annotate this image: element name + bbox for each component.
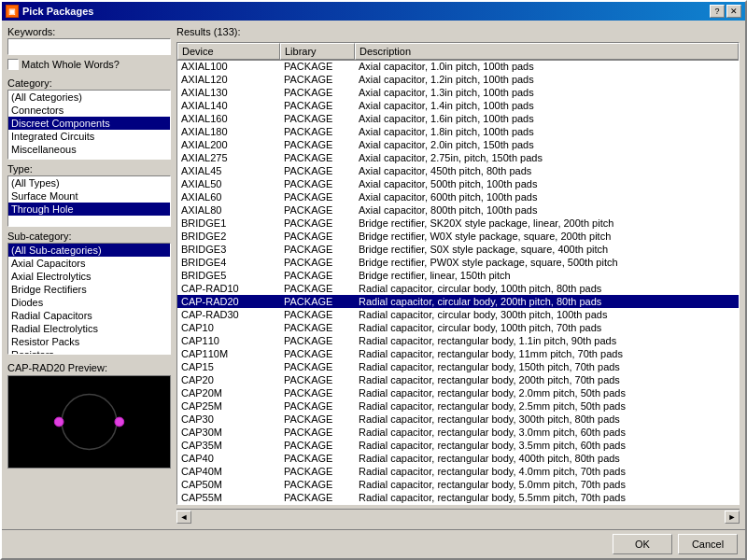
subcategory-item[interactable]: Radial Electrolytics [8,322,170,335]
window-title: Pick Packages [22,6,93,17]
svg-point-1 [54,417,63,427]
keywords-label: Keywords: [7,26,171,37]
table-row[interactable]: CAP-RAD30PACKAGERadial capacitor, circul… [177,308,739,321]
table-cell: AXIAL180 [177,125,280,138]
table-row[interactable]: CAP40MPACKAGERadial capacitor, rectangul… [177,465,739,478]
table-cell: Radial capacitor, rectangular body, 300t… [355,413,739,426]
table-row[interactable]: CAP10PACKAGERadial capacitor, circular b… [177,321,739,334]
keywords-input[interactable] [7,38,171,55]
col-header-device[interactable]: Device [177,43,280,60]
table-row[interactable]: AXIAL130PACKAGEAxial capacitor, 1.3in pi… [177,86,739,99]
table-cell: Radial capacitor, rectangular body, 5.5m… [355,491,739,504]
table-cell: PACKAGE [280,413,355,426]
subcategory-item[interactable]: Radial Capacitors [8,309,170,322]
scroll-left-button[interactable]: ◄ [176,511,191,524]
table-cell: CAP35M [177,439,280,452]
table-row[interactable]: CAP-RAD10PACKAGERadial capacitor, circul… [177,282,739,295]
table-cell: CAP25M [177,399,280,413]
category-list[interactable]: (All Categories)ConnectorsDiscreet Compo… [7,90,171,160]
subcategory-item[interactable]: Resistors [8,348,170,355]
table-row[interactable]: AXIAL200PACKAGEAxial capacitor, 2.0in pi… [177,138,739,151]
results-body[interactable]: AXIAL100PACKAGEAxial capacitor, 1.0in pi… [177,61,739,504]
subcategory-list[interactable]: (All Sub-categories)Axial CapacitorsAxia… [7,243,171,355]
table-row[interactable]: AXIAL45PACKAGEAxial capacitor, 450th pit… [177,164,739,177]
table-row[interactable]: AXIAL100PACKAGEAxial capacitor, 1.0in pi… [177,61,739,73]
table-row[interactable]: CAP25MPACKAGERadial capacitor, rectangul… [177,399,739,413]
match-whole-words-checkbox[interactable] [7,59,19,70]
subcategory-item[interactable]: (All Sub-categories) [8,244,170,257]
table-row[interactable]: BRIDGE1PACKAGEBridge rectifier, SK20X st… [177,217,739,230]
category-item[interactable]: Connectors [8,104,170,117]
ok-button[interactable]: OK [613,534,672,554]
table-row[interactable]: AXIAL120PACKAGEAxial capacitor, 1.2in pi… [177,73,739,86]
table-cell: PACKAGE [280,386,355,399]
table-row[interactable]: BRIDGE4PACKAGEBridge rectifier, PW0X sty… [177,256,739,269]
category-item[interactable]: Discreet Components [8,117,170,130]
scroll-right-button[interactable]: ► [725,511,740,524]
table-cell: PACKAGE [280,203,355,217]
close-button[interactable]: ✕ [726,5,741,18]
help-button[interactable]: ? [710,5,725,18]
table-row[interactable]: AXIAL180PACKAGEAxial capacitor, 1.8in pi… [177,125,739,138]
table-cell: Axial capacitor, 1.2in pitch, 100th pads [355,73,739,86]
table-cell: Radial capacitor, rectangular body, 4.0m… [355,465,739,478]
table-row[interactable]: CAP-RAD20PACKAGERadial capacitor, circul… [177,295,739,308]
table-row[interactable]: CAP20PACKAGERadial capacitor, rectangula… [177,373,739,386]
category-item[interactable]: (All Categories) [8,91,170,104]
table-row[interactable]: AXIAL140PACKAGEAxial capacitor, 1.4in pi… [177,99,739,112]
type-item[interactable]: Surface Mount [8,189,170,203]
type-item[interactable]: Through Hole [8,203,170,216]
table-cell: PACKAGE [280,478,355,491]
table-row[interactable]: CAP50MPACKAGERadial capacitor, rectangul… [177,478,739,491]
table-row[interactable]: AXIAL160PACKAGEAxial capacitor, 1.6in pi… [177,112,739,125]
table-row[interactable]: AXIAL60PACKAGEAxial capacitor, 600th pit… [177,190,739,203]
table-cell: CAP-RAD20 [177,295,280,308]
horizontal-scrollbar[interactable]: ◄ ► [176,509,740,524]
table-row[interactable]: CAP30PACKAGERadial capacitor, rectangula… [177,413,739,426]
subcategory-item[interactable]: Axial Electrolytics [8,270,170,283]
table-row[interactable]: CAP30MPACKAGERadial capacitor, rectangul… [177,426,739,439]
preview-label: CAP-RAD20 Preview: [7,362,171,373]
col-header-library[interactable]: Library [280,43,355,60]
table-cell: PACKAGE [280,112,355,125]
subcategory-item[interactable]: Diodes [8,296,170,309]
subcategory-item[interactable]: Resistor Packs [8,335,170,348]
table-cell: PACKAGE [280,452,355,465]
table-cell: PACKAGE [280,256,355,269]
table-row[interactable]: BRIDGE5PACKAGEBridge rectifier, linear, … [177,269,739,282]
table-row[interactable]: BRIDGE2PACKAGEBridge rectifier, W0X styl… [177,230,739,243]
table-cell: PACKAGE [280,334,355,347]
table-row[interactable]: CAP110MPACKAGERadial capacitor, rectangu… [177,347,739,360]
table-cell: PACKAGE [280,295,355,308]
table-row[interactable]: BRIDGE3PACKAGEBridge rectifier, S0X styl… [177,243,739,256]
category-item[interactable]: Integrated Circuits [8,130,170,143]
table-cell: PACKAGE [280,491,355,504]
table-row[interactable]: AXIAL50PACKAGEAxial capacitor, 500th pit… [177,177,739,190]
table-row[interactable]: CAP110PACKAGERadial capacitor, rectangul… [177,334,739,347]
table-row[interactable]: AXIAL275PACKAGEAxial capacitor, 2.75in, … [177,151,739,164]
table-cell: PACKAGE [280,151,355,164]
subcategory-item[interactable]: Bridge Rectifiers [8,283,170,296]
cancel-button[interactable]: Cancel [678,534,738,554]
table-cell: CAP20 [177,373,280,386]
preview-section: CAP-RAD20 Preview: [7,358,171,469]
table-cell: Axial capacitor, 500th pitch, 100th pads [355,177,739,190]
svg-point-0 [62,395,117,450]
type-list[interactable]: (All Types)Surface MountThrough Hole [7,175,171,227]
col-header-description[interactable]: Description [355,43,739,60]
table-row[interactable]: CAP40PACKAGERadial capacitor, rectangula… [177,452,739,465]
table-row[interactable]: AXIAL80PACKAGEAxial capacitor, 800th pit… [177,203,739,217]
table-cell: Radial capacitor, circular body, 300th p… [355,308,739,321]
content-area: Keywords: Match Whole Words? Category: (… [2,21,745,529]
subcategory-item[interactable]: Axial Capacitors [8,257,170,270]
table-cell: AXIAL200 [177,138,280,151]
table-cell: CAP40M [177,465,280,478]
type-item[interactable]: (All Types) [8,176,170,189]
match-whole-words-label: Match Whole Words? [21,59,120,70]
table-row[interactable]: CAP35MPACKAGERadial capacitor, rectangul… [177,439,739,452]
table-row[interactable]: CAP20MPACKAGERadial capacitor, rectangul… [177,386,739,399]
table-cell: Radial capacitor, rectangular body, 1.1i… [355,334,739,347]
table-row[interactable]: CAP55MPACKAGERadial capacitor, rectangul… [177,491,739,504]
table-row[interactable]: CAP15PACKAGERadial capacitor, rectangula… [177,360,739,373]
category-item[interactable]: Miscellaneous [8,143,170,156]
